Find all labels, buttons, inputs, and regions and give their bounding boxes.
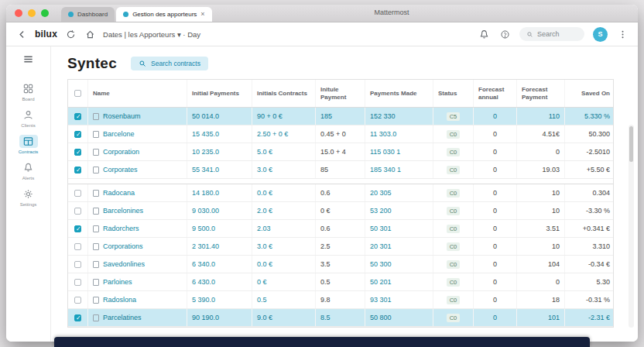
table-row[interactable]: Radocana14 180.00.0 €0.620 305C00100.304 bbox=[68, 184, 613, 202]
sidebar-item-contracts[interactable]: Contracts bbox=[9, 132, 48, 158]
tab-close-icon[interactable]: × bbox=[200, 11, 204, 18]
table-row[interactable]: Corporation10 235.05.0 €15.0 + 4115 030 … bbox=[68, 143, 613, 161]
column-header[interactable]: Name bbox=[88, 80, 187, 107]
row-checkbox[interactable] bbox=[74, 314, 81, 321]
row-name-link[interactable]: Savedonlines bbox=[103, 260, 145, 268]
column-header[interactable]: Saved On bbox=[565, 80, 615, 107]
saved-on-cell: -2.5010 bbox=[565, 143, 615, 160]
sidebar-item-clients[interactable]: Clients bbox=[9, 105, 48, 132]
zoom-window-button[interactable] bbox=[41, 9, 49, 17]
name-cell: Corporates bbox=[88, 161, 187, 178]
sidebar-item-settings[interactable]: Settings bbox=[9, 184, 48, 211]
saved-on-cell: +5.50 € bbox=[565, 161, 615, 178]
row-name-link[interactable]: Radocana bbox=[103, 189, 135, 197]
row-name-link[interactable]: Barcelone bbox=[103, 130, 135, 138]
table-row[interactable]: Corporates55 341.03.0 €85185 340 1C0019.… bbox=[68, 161, 613, 179]
document-icon bbox=[93, 314, 99, 321]
row-name-link[interactable]: Parloines bbox=[103, 278, 132, 286]
row-name-link[interactable]: Barcelonines bbox=[103, 207, 143, 215]
select-all-checkbox[interactable] bbox=[74, 90, 81, 97]
row-checkbox[interactable] bbox=[74, 261, 81, 268]
row-name-link[interactable]: Radorchers bbox=[103, 225, 139, 232]
scrollbar-thumb[interactable] bbox=[629, 126, 633, 162]
initule-payment-cell: 2.5 bbox=[316, 238, 365, 255]
saved-on-cell: -0.31 % bbox=[565, 291, 615, 308]
row-name-link[interactable]: Parcelatines bbox=[103, 314, 142, 321]
column-header[interactable]: Initule Payment bbox=[316, 80, 365, 107]
row-name-link[interactable]: Corporations bbox=[103, 242, 143, 250]
tab-dashboard[interactable]: Dashboard bbox=[61, 7, 115, 22]
row-checkbox[interactable] bbox=[74, 131, 81, 138]
initial-payments-cell: 9 500.0 bbox=[187, 220, 252, 237]
row-checkbox[interactable] bbox=[74, 149, 81, 156]
avatar[interactable]: S bbox=[593, 27, 608, 42]
column-header[interactable]: Initial Payments bbox=[187, 80, 252, 107]
minimize-window-button[interactable] bbox=[28, 9, 36, 17]
tab-apporteurs[interactable]: Gestion des apporteurs × bbox=[116, 7, 211, 22]
table-row[interactable]: Corporations2 301.403.0 €2.520 301C00103… bbox=[68, 238, 613, 256]
menu-icon[interactable] bbox=[22, 53, 34, 68]
row-checkbox[interactable] bbox=[74, 208, 81, 215]
sidebar-item-alerts[interactable]: Alerts bbox=[9, 158, 48, 184]
initial-payments-cell: 55 341.0 bbox=[187, 161, 252, 178]
row-name-link[interactable]: Rosenbaum bbox=[103, 112, 141, 120]
table-search-chip[interactable]: Search contracts bbox=[131, 57, 208, 70]
initials-contracts-cell: 0.0 € bbox=[252, 184, 316, 201]
help-icon[interactable] bbox=[498, 28, 511, 40]
app-name[interactable]: bilux bbox=[35, 29, 57, 40]
row-checkbox[interactable] bbox=[74, 167, 81, 174]
initule-payment-cell: 15.0 + 4 bbox=[316, 143, 365, 160]
payments-made-cell: 185 340 1 bbox=[365, 161, 433, 178]
bell-icon[interactable] bbox=[478, 28, 490, 40]
column-header[interactable]: Status bbox=[433, 80, 474, 107]
table-icon bbox=[19, 135, 38, 148]
table-row[interactable]: Barcelonines9 030.002.0 €0 €53 200C0010-… bbox=[68, 202, 613, 220]
table-row[interactable]: Parcelatines90 190.09.0 €8.550 800C00101… bbox=[68, 309, 613, 327]
row-name-link[interactable]: Corporation bbox=[103, 148, 139, 156]
forecast-payment-cell: 0 bbox=[517, 143, 565, 160]
payments-made-cell: 93 301 bbox=[365, 291, 433, 308]
payments-made-cell: 152 330 bbox=[365, 108, 433, 125]
column-header[interactable]: Initials Contracts bbox=[252, 80, 316, 107]
row-checkbox-cell bbox=[68, 256, 88, 273]
table-row[interactable]: Rosenbaum50 014.090 + 0 €185152 330C5011… bbox=[68, 108, 613, 125]
forecast-annual-cell: 0 bbox=[474, 291, 517, 308]
row-checkbox[interactable] bbox=[74, 297, 81, 304]
initials-contracts-cell: 5.0 € bbox=[252, 143, 316, 160]
initials-contracts-cell: 90 + 0 € bbox=[252, 108, 316, 125]
toolbar-breadcrumb[interactable]: Dates | les Apporteurs ▾ · Day bbox=[103, 30, 200, 39]
table-row[interactable]: Radoslona5 390.00.59.893 301C0018-0.31 % bbox=[68, 291, 613, 309]
payments-made-cell: 53 200 bbox=[365, 202, 433, 219]
row-checkbox[interactable] bbox=[74, 279, 81, 286]
status-badge: C0 bbox=[447, 296, 461, 304]
forecast-annual-cell: 0 bbox=[474, 125, 517, 143]
row-checkbox[interactable] bbox=[74, 243, 81, 250]
table-row[interactable]: Barcelone15 435.02.50 + 0 €0.45 + 011 30… bbox=[68, 125, 613, 143]
table-row[interactable]: Parloines6 430.00 €0.550 201C0005.30 bbox=[68, 273, 613, 291]
status-cell: C0 bbox=[433, 291, 474, 308]
close-window-button[interactable] bbox=[15, 9, 22, 17]
search-input[interactable]: Search bbox=[519, 27, 584, 41]
payments-made-cell: 50 300 bbox=[365, 256, 433, 273]
column-header[interactable]: Forecast Payment bbox=[517, 80, 565, 107]
initule-payment-cell: 0.6 bbox=[316, 220, 365, 237]
table-row[interactable]: Savedonlines6 340.00.0 €3.550 300C00104-… bbox=[68, 256, 613, 273]
row-checkbox[interactable] bbox=[74, 225, 81, 232]
name-cell: Parcelatines bbox=[88, 309, 187, 326]
sidebar-item-board[interactable]: Board bbox=[9, 79, 48, 105]
home-icon[interactable] bbox=[84, 28, 96, 40]
row-name-link[interactable]: Corporates bbox=[103, 166, 138, 174]
column-header[interactable]: Forecast annual bbox=[474, 80, 517, 107]
dock[interactable] bbox=[54, 337, 590, 347]
row-checkbox[interactable] bbox=[74, 190, 81, 197]
row-checkbox[interactable] bbox=[74, 113, 81, 120]
kebab-menu-icon[interactable] bbox=[616, 28, 629, 40]
column-header[interactable]: Payments Made bbox=[365, 80, 433, 107]
scrollbar[interactable] bbox=[629, 125, 634, 328]
row-name-link[interactable]: Radoslona bbox=[103, 296, 136, 304]
initials-contracts-cell: 2.0 € bbox=[252, 202, 316, 219]
table-row[interactable]: Radorchers9 500.02.030.650 301C003.51+0.… bbox=[68, 220, 613, 238]
saved-on-cell: 5.330 % bbox=[565, 108, 615, 125]
reload-icon[interactable] bbox=[64, 28, 77, 40]
back-icon[interactable] bbox=[15, 28, 28, 40]
